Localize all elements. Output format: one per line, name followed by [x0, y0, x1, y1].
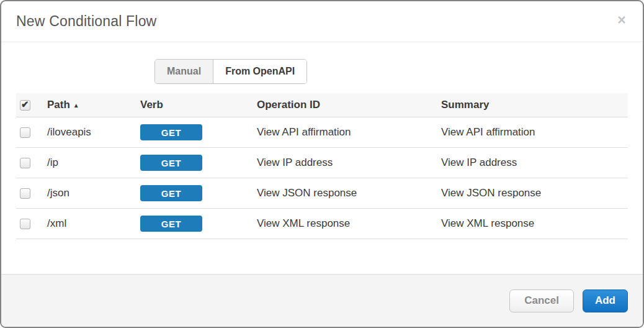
column-header-path[interactable]: Path▲ — [47, 99, 140, 111]
cell-path: /xml — [47, 217, 140, 230]
table-row: /xml GET View XML response View XML resp… — [16, 209, 628, 239]
dialog-header: New Conditional Flow — [1, 1, 643, 42]
cell-path: /json — [47, 187, 140, 199]
table-row: /iloveapis GET View API affirmation View… — [16, 117, 628, 148]
cancel-button[interactable]: Cancel — [509, 289, 574, 312]
cell-summary: View IP address — [441, 157, 628, 169]
new-conditional-flow-dialog: New Conditional Flow × Manual From OpenA… — [0, 0, 644, 328]
verb-badge-get: GET — [140, 155, 202, 171]
add-button[interactable]: Add — [583, 289, 628, 312]
header-checkbox-cell: ✔ — [16, 100, 47, 111]
cell-summary: View XML response — [441, 217, 628, 230]
cell-summary: View API affirmation — [441, 126, 628, 139]
tab-from-openapi[interactable]: From OpenAPI — [213, 60, 306, 83]
table-header-row: ✔ Path▲ Verb Operation ID Summary — [16, 93, 628, 117]
operations-table: ✔ Path▲ Verb Operation ID Summary /ilove… — [16, 93, 628, 239]
table-row: /ip GET View IP address View IP address — [16, 148, 628, 178]
verb-badge-get: GET — [140, 216, 202, 232]
row-checkbox[interactable] — [20, 127, 30, 138]
tab-manual[interactable]: Manual — [155, 60, 213, 83]
close-icon[interactable]: × — [614, 12, 629, 27]
cell-operation-id: View JSON response — [257, 187, 441, 199]
cell-path: /iloveapis — [47, 126, 140, 139]
cell-path: /ip — [47, 157, 140, 169]
table-row: /json GET View JSON response View JSON r… — [16, 178, 628, 209]
row-checkbox[interactable] — [20, 188, 30, 199]
cell-operation-id: View XML response — [257, 217, 441, 230]
column-header-verb[interactable]: Verb — [140, 99, 257, 111]
dialog-title: New Conditional Flow — [16, 13, 156, 30]
verb-badge-get: GET — [140, 185, 202, 201]
cell-summary: View JSON response — [441, 187, 628, 199]
cell-operation-id: View API affirmation — [257, 126, 441, 139]
sort-ascending-icon: ▲ — [73, 102, 79, 109]
cell-operation-id: View IP address — [257, 157, 441, 169]
column-header-summary[interactable]: Summary — [441, 99, 628, 111]
checkmark-icon: ✔ — [21, 99, 29, 109]
row-checkbox[interactable] — [20, 158, 30, 168]
row-checkbox[interactable] — [20, 219, 30, 229]
dialog-footer: Cancel Add — [1, 274, 643, 327]
column-header-operation-id[interactable]: Operation ID — [257, 99, 441, 111]
verb-badge-get: GET — [140, 124, 202, 140]
select-all-checkbox[interactable]: ✔ — [20, 100, 30, 111]
source-toggle: Manual From OpenAPI — [154, 59, 307, 84]
